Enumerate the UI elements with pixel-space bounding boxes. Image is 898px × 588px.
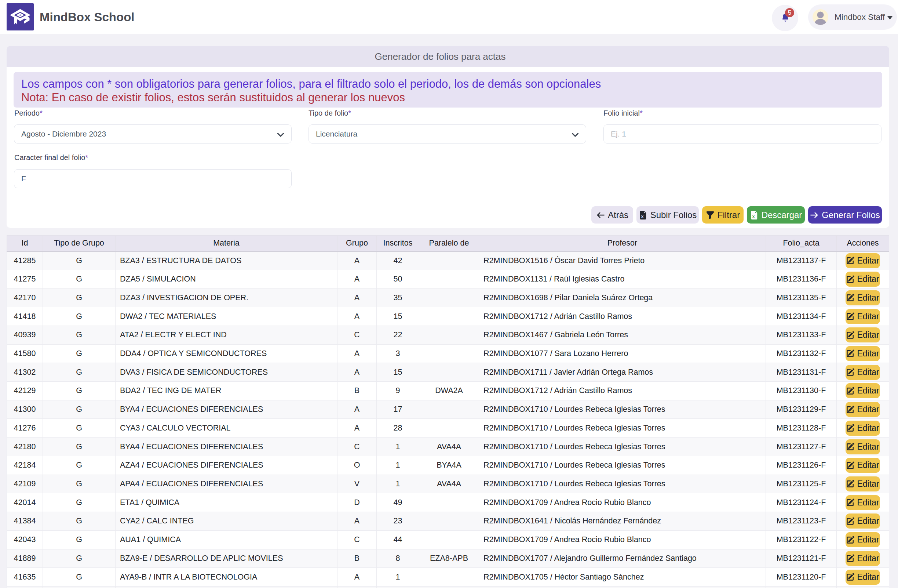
svg-text:x: x xyxy=(752,213,755,219)
svg-text:x: x xyxy=(641,213,643,219)
